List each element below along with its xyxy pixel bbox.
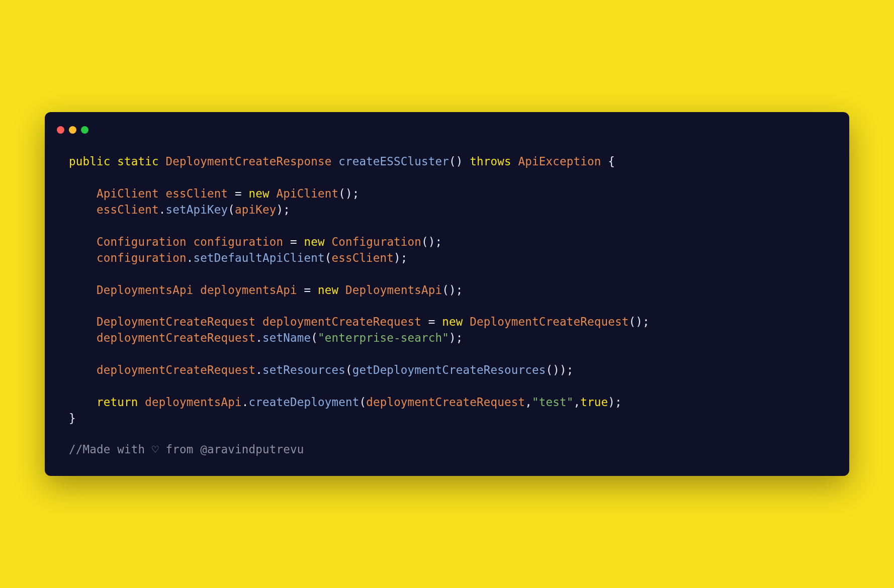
keyword-throws: throws <box>470 155 511 168</box>
operator-eq: = <box>304 283 311 297</box>
method-name: createESSCluster <box>338 155 449 168</box>
var-deploymentcreaterequest: deploymentCreateRequest <box>97 363 255 376</box>
zoom-icon[interactable] <box>81 126 88 134</box>
type-deploymentcreaterequest: DeploymentCreateRequest <box>97 315 255 328</box>
heart-icon: ♡ <box>152 443 159 456</box>
type-deploymentcreaterequest: DeploymentCreateRequest <box>470 315 629 328</box>
comma: , <box>574 396 581 409</box>
semi: ; <box>435 235 442 248</box>
semi: ; <box>283 203 290 216</box>
var-apikey: apiKey <box>235 203 276 216</box>
close-icon[interactable] <box>57 126 64 134</box>
var-deploymentcreaterequest: deploymentCreateRequest <box>97 331 255 344</box>
dot: . <box>242 396 249 409</box>
string-enterprise-search: "enterprise-search" <box>318 331 449 344</box>
paren: ( <box>345 363 352 376</box>
method-setresources: setResources <box>262 363 345 376</box>
var-deploymentcreaterequest: deploymentCreateRequest <box>366 396 525 409</box>
paren: ( <box>228 203 235 216</box>
method-setdefaultapiclient: setDefaultApiClient <box>193 251 324 264</box>
keyword-static: static <box>117 155 158 168</box>
comment-prefix: //Made with <box>69 443 152 456</box>
comment-suffix: from @aravindputrevu <box>159 443 304 456</box>
var-deploymentsapi: deploymentsApi <box>200 283 297 297</box>
operator-eq: = <box>290 235 297 248</box>
method-createdeployment: createDeployment <box>248 396 359 409</box>
dot: . <box>159 203 166 216</box>
type-configuration: Configuration <box>331 235 421 248</box>
method-setname: setName <box>262 331 311 344</box>
brace: { <box>608 155 615 168</box>
var-configuration: configuration <box>97 251 187 264</box>
footer-comment: //Made with ♡ from @aravindputrevu <box>69 427 825 458</box>
paren: ) <box>449 283 456 297</box>
paren: ) <box>560 363 567 376</box>
var-configuration: configuration <box>193 235 283 248</box>
paren: ( <box>359 396 366 409</box>
type-deploymentsapi: DeploymentsApi <box>345 283 442 297</box>
paren: ( <box>311 331 318 344</box>
paren: ( <box>325 251 332 264</box>
keyword-public: public <box>69 155 110 168</box>
code-window: public static DeploymentCreateResponse c… <box>45 112 849 476</box>
paren: ) <box>394 251 401 264</box>
paren: ( <box>449 155 456 168</box>
type-exception: ApiException <box>518 155 601 168</box>
dot: . <box>187 251 194 264</box>
type-configuration: Configuration <box>97 235 187 248</box>
keyword-new: new <box>248 187 269 200</box>
paren: ) <box>449 331 456 344</box>
operator-eq: = <box>235 187 242 200</box>
semi: ; <box>352 187 360 200</box>
paren: ( <box>546 363 553 376</box>
var-essclient: essClient <box>97 203 159 216</box>
keyword-new: new <box>442 315 463 328</box>
paren: ) <box>553 363 560 376</box>
semi: ; <box>401 251 408 264</box>
keyword-new: new <box>318 283 338 297</box>
type-apiclient: ApiClient <box>276 187 338 200</box>
paren: ) <box>608 396 615 409</box>
brace: } <box>69 412 76 425</box>
keyword-return: return <box>97 396 138 409</box>
method-getdeploymentcreateresources: getDeploymentCreateResources <box>352 363 546 376</box>
operator-eq: = <box>428 315 435 328</box>
comma: , <box>525 396 532 409</box>
paren: ( <box>629 315 636 328</box>
string-test: "test" <box>532 396 573 409</box>
var-essclient: essClient <box>331 251 394 264</box>
type-deploymentsapi: DeploymentsApi <box>97 283 193 297</box>
method-setapikey: setApiKey <box>165 203 228 216</box>
paren: ( <box>442 283 449 297</box>
semi: ; <box>643 315 650 328</box>
bool-true: true <box>580 396 608 409</box>
dot: . <box>255 363 262 376</box>
paren: ) <box>345 187 352 200</box>
window-titlebar <box>45 124 849 144</box>
paren: ( <box>421 235 428 248</box>
type-return: DeploymentCreateResponse <box>165 155 331 168</box>
semi: ; <box>567 363 574 376</box>
semi: ; <box>456 331 463 344</box>
code-block: public static DeploymentCreateResponse c… <box>45 144 849 458</box>
paren: ) <box>428 235 435 248</box>
paren: ) <box>456 155 463 168</box>
paren: ) <box>636 315 643 328</box>
var-deploymentcreaterequest: deploymentCreateRequest <box>262 315 421 328</box>
keyword-new: new <box>304 235 324 248</box>
var-essclient: essClient <box>165 187 228 200</box>
paren: ) <box>276 203 283 216</box>
semi: ; <box>456 283 463 297</box>
minimize-icon[interactable] <box>69 126 76 134</box>
dot: . <box>255 331 262 344</box>
type-apiclient: ApiClient <box>97 187 159 200</box>
paren: ( <box>338 187 345 200</box>
var-deploymentsapi: deploymentsApi <box>145 396 241 409</box>
semi: ; <box>615 396 622 409</box>
